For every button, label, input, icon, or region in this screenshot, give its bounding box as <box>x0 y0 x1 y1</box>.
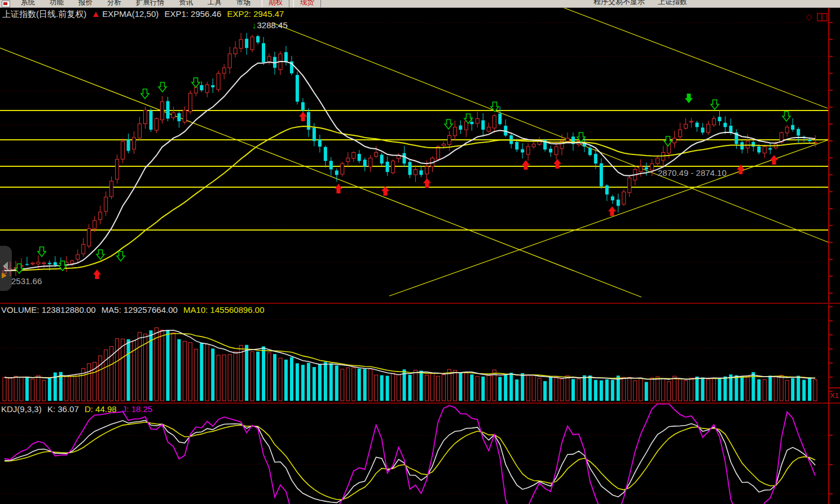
high-price-label: ↓3288.45 <box>252 20 288 30</box>
kdj-pane[interactable] <box>0 404 840 504</box>
status-text: 程序交易不显示 <box>593 0 645 7</box>
price-range-label: 2870.49 - 2874.10 <box>658 168 727 178</box>
kdj-d-value: D: 44.98 <box>85 404 117 414</box>
main-indicator-header: 上证指数(日线.前复权)EXPMA(12,50) EXP1: 2956.46 E… <box>2 9 287 20</box>
red-up-arrow-icon <box>93 12 99 17</box>
orange-wedge-icon <box>2 273 7 278</box>
low-price-label: 2531.66 <box>11 276 42 286</box>
menu-item-5[interactable]: 资讯 <box>171 0 200 8</box>
kdj-header: KDJ(9,3,3) K: 36.07 D: 44.98 J: 18.25 <box>1 404 156 414</box>
main-price-pane[interactable] <box>0 8 840 303</box>
diamond-icon[interactable]: ◇ <box>806 12 812 21</box>
volume-value: VOLUME: 123812880.00 <box>1 305 96 315</box>
left-arrow-icon <box>3 262 8 271</box>
menu-item-0[interactable]: 系统 <box>14 0 42 8</box>
indicator-name: EXPMA(12,50) <box>102 9 159 19</box>
menu-item-6[interactable]: 工具 <box>200 0 229 8</box>
volume-ma10: MA10: 145560896.00 <box>183 305 264 315</box>
volume-pane[interactable] <box>0 304 840 403</box>
menu-item-1[interactable]: 功能 <box>42 0 71 8</box>
window-split-icon[interactable] <box>817 13 828 21</box>
exp1-value: EXP1: 2956.46 <box>164 9 221 19</box>
current-index-name: 上证指数 <box>658 0 687 7</box>
menu-row: 系统功能报价分析扩展行情资讯工具市场期权现货 <box>14 0 321 7</box>
instrument-title: 上证指数(日线.前复权) <box>2 9 86 19</box>
trading-terminal: 系统功能报价分析扩展行情资讯工具市场期权现货 程序交易不显示 上证指数 上证指数… <box>0 0 840 504</box>
kdj-name: KDJ(9,3,3) <box>1 404 42 414</box>
volume-ma5: MA5: 129257664.00 <box>102 305 178 315</box>
menu-hot-item-0[interactable]: 期权 <box>262 0 289 8</box>
menu-item-4[interactable]: 扩展行情 <box>129 0 171 8</box>
menu-item-3[interactable]: 分析 <box>100 0 129 8</box>
kdj-j-value: J: 18.25 <box>122 404 152 414</box>
green-down-arrow-icon: ↓ <box>252 20 257 30</box>
menu-bar: 系统功能报价分析扩展行情资讯工具市场期权现货 程序交易不显示 上证指数 <box>0 0 840 8</box>
menu-item-7[interactable]: 市场 <box>229 0 258 8</box>
menu-item-2[interactable]: 报价 <box>71 0 100 8</box>
app-icon[interactable] <box>2 1 10 7</box>
pane-close-button[interactable]: X1 <box>830 391 839 400</box>
volume-header: VOLUME: 123812880.00 MA5: 129257664.00 M… <box>1 305 268 315</box>
kdj-k-value: K: 36.07 <box>47 404 79 414</box>
menu-hot-item-1[interactable]: 现货 <box>293 0 321 8</box>
exp2-value: EXP2: 2945.47 <box>227 9 284 19</box>
pane-divider[interactable] <box>0 303 840 304</box>
left-panel-arrow[interactable] <box>0 246 12 291</box>
